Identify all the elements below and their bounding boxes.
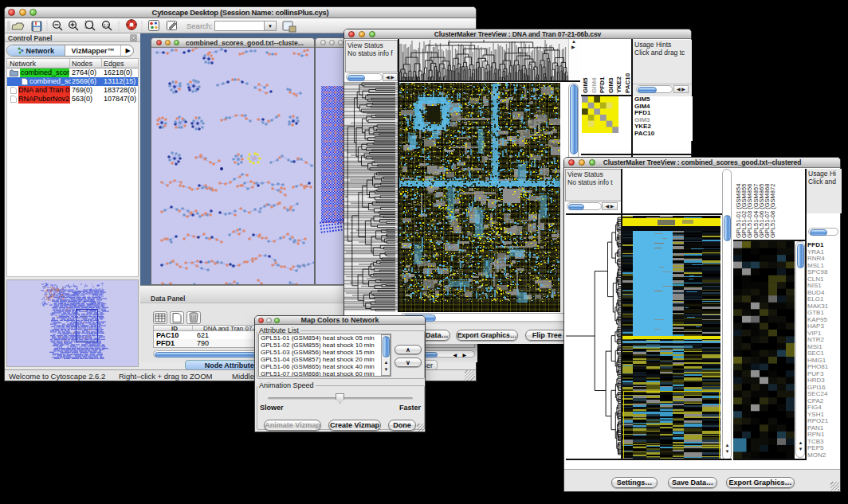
svg-text:GPL51-08 (GSM872: GPL51-08 (GSM872 bbox=[769, 184, 776, 238]
svg-text:GIM5: GIM5 bbox=[582, 77, 589, 93]
svg-text:YKE2: YKE2 bbox=[615, 76, 622, 93]
svg-text:PAC10: PAC10 bbox=[624, 72, 631, 93]
svg-text:GIM3: GIM3 bbox=[607, 77, 614, 93]
svg-text:1:1: 1:1 bbox=[104, 23, 109, 28]
svg-text:GIM4: GIM4 bbox=[591, 77, 598, 93]
svg-text:PFD1: PFD1 bbox=[599, 76, 606, 93]
